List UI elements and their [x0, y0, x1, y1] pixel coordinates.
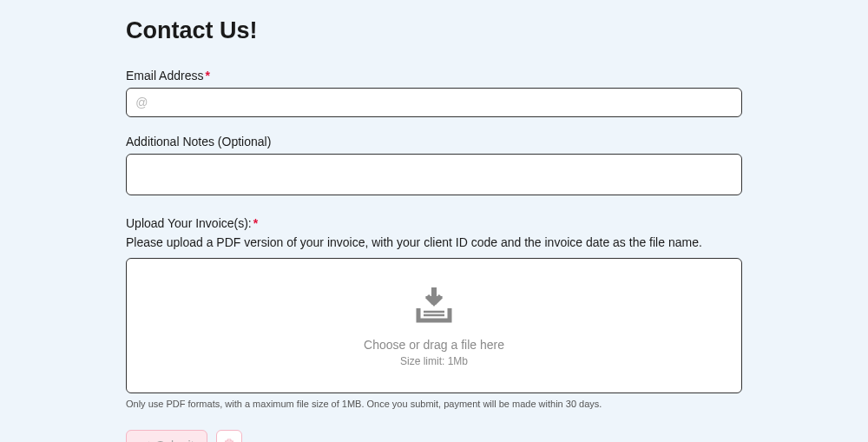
notes-label: Additional Notes (Optional) — [126, 135, 742, 148]
upload-label-text: Upload Your Invoice(s): — [126, 216, 252, 230]
trash-icon — [224, 439, 234, 443]
upload-field-wrapper: Upload Your Invoice(s):* Please upload a… — [126, 216, 742, 409]
upload-footer-note: Only use PDF formats, with a maximum fil… — [126, 399, 742, 409]
email-field-wrapper: Email Address* — [126, 69, 742, 117]
upload-limit-text: Size limit: 1Mb — [400, 355, 468, 367]
page-title: Contact Us! — [126, 17, 742, 44]
required-asterisk-icon: * — [205, 69, 209, 82]
notes-field-wrapper: Additional Notes (Optional) — [126, 135, 742, 199]
upload-helper-text: Please upload a PDF version of your invo… — [126, 235, 742, 249]
file-upload-dropzone[interactable]: Choose or drag a file here Size limit: 1… — [126, 258, 742, 393]
required-asterisk-icon: * — [253, 216, 258, 230]
email-input[interactable] — [126, 88, 742, 117]
upload-prompt-text: Choose or drag a file here — [364, 338, 504, 352]
notes-label-text: Additional Notes (Optional) — [126, 135, 271, 148]
upload-label: Upload Your Invoice(s):* — [126, 216, 742, 230]
svg-marker-0 — [425, 296, 443, 307]
email-label-text: Email Address — [126, 69, 203, 82]
submit-button-label: Submit — [156, 439, 194, 442]
notes-input[interactable] — [126, 154, 742, 195]
button-row: Submit — [126, 430, 742, 442]
clear-button[interactable] — [216, 430, 242, 442]
submit-button[interactable]: Submit — [126, 430, 207, 442]
email-label: Email Address* — [126, 69, 742, 82]
download-tray-icon — [411, 284, 457, 327]
